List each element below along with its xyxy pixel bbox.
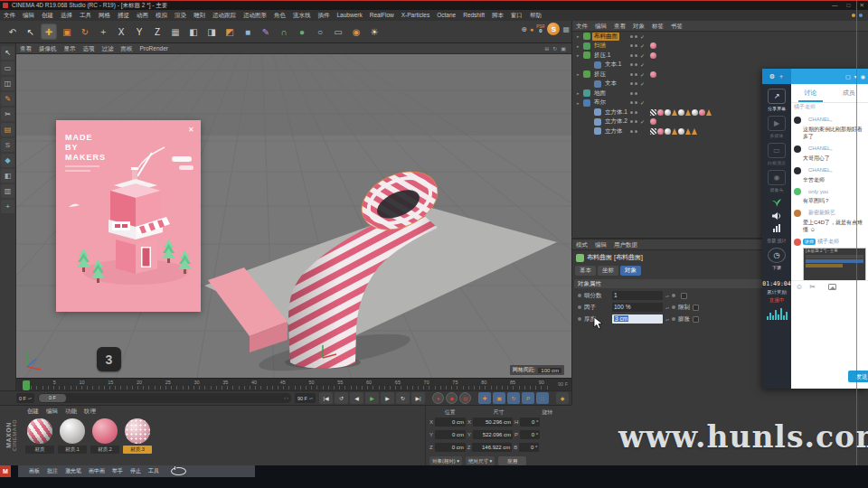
toolbar-icon[interactable]: Y [131, 23, 147, 40]
toolbar-icon[interactable]: ▭ [330, 23, 346, 40]
object-name[interactable]: 文本.1 [603, 61, 623, 69]
tag-chip-icon[interactable] [678, 109, 684, 116]
annotation-tool[interactable]: 批注 [43, 467, 61, 475]
attribute-menu-item[interactable]: 编辑 [591, 241, 610, 248]
rail-tool-icon[interactable]: ◉ [768, 170, 786, 185]
material-menu-item[interactable]: 编辑 [42, 408, 61, 414]
avatar[interactable] [794, 239, 801, 246]
username[interactable]: CHANEL。 [808, 116, 835, 124]
toolbar-icon[interactable]: ☀ [366, 23, 382, 40]
speaker-icon[interactable] [771, 211, 782, 221]
annotation-tool[interactable]: 画板 [25, 467, 43, 475]
visibility-dots-icon[interactable] [630, 35, 637, 38]
palette-tool-icon[interactable]: ◆ [1, 154, 14, 167]
position-field[interactable]: 0 cm [435, 418, 466, 427]
tag-chip-icon[interactable] [650, 71, 656, 78]
position-field[interactable]: 0 cm [435, 443, 466, 452]
annotation-tool[interactable]: 激光笔 [61, 467, 85, 475]
toolbar-icon[interactable]: ＋ [95, 23, 111, 40]
transport-button[interactable]: ▶ [365, 392, 379, 404]
size-field[interactable]: 146.922 cm [472, 443, 512, 452]
toolbar-icon[interactable]: ■ [240, 23, 256, 40]
avatar[interactable] [794, 117, 801, 124]
expand-arrow-icon[interactable]: ▸ [577, 33, 583, 39]
object-name[interactable]: 布尔 [592, 99, 608, 107]
keyframe-dot-icon[interactable] [672, 305, 675, 309]
enable-check-icon[interactable]: ✓ [640, 61, 645, 68]
enable-check-icon[interactable]: ✓ [640, 33, 645, 40]
chat-titlebar-left-icon[interactable]: ＋ [778, 72, 784, 81]
visibility-dots-icon[interactable] [630, 92, 637, 95]
username[interactable]: CHANEL。 [808, 145, 835, 153]
layout-dot-icon[interactable] [852, 14, 855, 17]
material-sphere-preview[interactable] [27, 418, 52, 444]
palette-tool-icon[interactable]: ✂ [1, 108, 14, 121]
palette-tool-icon[interactable]: ▭ [1, 61, 14, 75]
insert-image-icon[interactable] [828, 284, 836, 290]
toolbar-icon[interactable]: ● [294, 23, 310, 40]
window-control-button[interactable]: — [832, 0, 838, 10]
transport-button[interactable]: ▶| [411, 392, 425, 404]
object-name[interactable]: 立方体.2 [603, 117, 629, 126]
keyframe-toggle-button[interactable]: ↻ [507, 392, 520, 404]
toolbar-icon[interactable]: X [113, 23, 129, 40]
chat-tool-icon[interactable]: ☺ [796, 283, 809, 291]
keyframe-dot-icon[interactable] [578, 317, 581, 321]
material-menu-item[interactable]: 创建 [24, 408, 42, 414]
viewport-menu-item[interactable]: 摄像机 [35, 43, 61, 54]
end-class-icon[interactable]: ◷ [768, 248, 786, 263]
object-manager-menu-item[interactable]: 查看 [610, 23, 629, 29]
object-name[interactable]: 挤压 [592, 70, 608, 79]
visibility-dots-icon[interactable] [630, 44, 637, 47]
object-name[interactable]: 地面 [592, 89, 608, 98]
toolbar-icon[interactable]: ▦ [167, 23, 184, 40]
avatar[interactable] [794, 210, 801, 217]
viewport-layout-icon[interactable]: ⊞ [542, 46, 551, 52]
toolbar-icon[interactable]: ◩ [222, 23, 238, 40]
palette-tool-icon[interactable]: ▤ [1, 123, 14, 136]
power-icon[interactable] [171, 467, 186, 475]
send-button[interactable]: 发送 [848, 371, 868, 382]
toolbar-icon[interactable]: ○ [312, 23, 328, 40]
attribute-menu-item[interactable]: 模式 [572, 241, 591, 248]
annotation-tool[interactable]: 画中画 [85, 467, 108, 475]
interface-dot-icon[interactable] [859, 14, 863, 17]
visibility-dots-icon[interactable] [630, 111, 637, 114]
toolbar-icon[interactable]: ◨ [203, 23, 220, 40]
object-manager-menu-item[interactable]: 编辑 [591, 23, 610, 29]
tag-chip-icon[interactable] [692, 109, 698, 116]
object-name[interactable]: 布料曲面 [592, 33, 619, 41]
tag-chip-icon[interactable] [650, 52, 656, 59]
frame-range-slider[interactable]: 0 F ‹ › [38, 393, 291, 403]
position-field[interactable]: 0 cm [435, 430, 466, 439]
attribute-menu-item[interactable]: 用户数据 [610, 241, 641, 248]
annotation-tool[interactable]: 举手 [108, 467, 127, 475]
attribute-checkbox[interactable] [693, 305, 699, 311]
current-frame-field[interactable]: 0 F▴▾ [16, 393, 34, 403]
tag-chip-icon[interactable] [685, 109, 691, 116]
palette-tool-icon[interactable]: ▥ [1, 184, 14, 198]
visibility-dots-icon[interactable] [630, 82, 637, 85]
visibility-dots-icon[interactable] [630, 101, 637, 104]
tag-chip-icon[interactable] [650, 118, 656, 125]
object-tree-row[interactable]: ▸ 挤压.1 ✓ [572, 51, 868, 61]
tag-chip-icon[interactable] [657, 109, 664, 116]
tag-chip-icon[interactable] [657, 128, 664, 135]
object-name[interactable]: 挤压.1 [592, 52, 612, 60]
visibility-dots-icon[interactable] [630, 130, 637, 133]
toolbar-icon[interactable]: ✚ [41, 23, 57, 40]
paint-drop-icon[interactable]: ● [530, 26, 533, 33]
object-tree-row[interactable]: ▸ 布料曲面 ✓ [572, 32, 868, 42]
quiz-label[interactable]: 答题 统计 [767, 238, 786, 243]
material-sphere-preview[interactable] [60, 418, 85, 444]
grid-toggle-icon[interactable]: ▦ [562, 25, 570, 33]
enable-check-icon[interactable]: ✓ [640, 99, 645, 106]
palette-tool-icon[interactable]: ✎ [1, 92, 14, 106]
keyframe-toggle-button[interactable]: P [522, 392, 534, 404]
enable-check-icon[interactable]: ✓ [640, 118, 645, 125]
perspective-viewport[interactable]: MADE BY MAKERS ✕ [16, 54, 571, 378]
toolbar-icon[interactable]: ↻ [77, 23, 93, 40]
palette-tool-icon[interactable]: S [1, 138, 14, 152]
transport-button[interactable]: ▶ [381, 392, 394, 404]
annotation-tool[interactable]: 停止 [127, 467, 145, 475]
